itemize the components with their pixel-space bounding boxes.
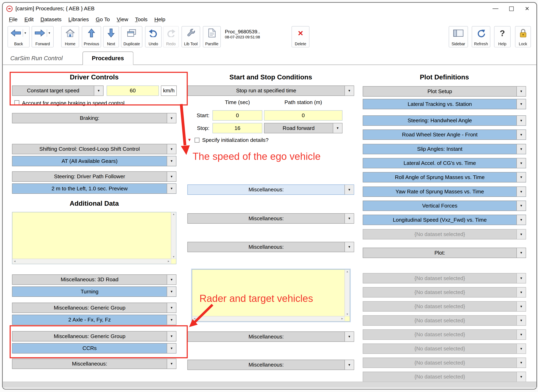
vertical-scrollbar[interactable]: ▲ ▼ <box>171 212 176 259</box>
dropdown-arrow-icon[interactable]: ▼ <box>167 287 176 297</box>
dropdown-arrow-icon[interactable]: ▼ <box>167 275 176 285</box>
menu-tools[interactable]: Tools <box>132 17 151 23</box>
home-button[interactable]: Home <box>61 26 79 47</box>
extra-plot-slot-dropdown[interactable]: {No dataset selected} ▼ <box>363 344 526 354</box>
speed-mode-dropdown[interactable]: Constant target speed ▼ <box>12 85 104 96</box>
dropdown-arrow-icon[interactable]: ▼ <box>167 172 176 182</box>
scroll-left-icon[interactable]: ◄ <box>193 317 196 320</box>
forward-button[interactable]: ▼ Forward <box>32 26 54 47</box>
extra-plot-slot-dropdown[interactable]: {No dataset selected} ▼ <box>363 358 526 368</box>
stop-time-input[interactable]: 16 <box>213 123 262 133</box>
dropdown-arrow-icon[interactable]: ▼ <box>516 358 526 368</box>
misc-generic-group-1-dropdown[interactable]: Miscellaneous: Generic Group ▼ <box>12 303 176 313</box>
station-mode-dropdown[interactable]: Road forward ▼ <box>264 123 343 133</box>
plot-row-dropdown[interactable]: Roll Angle of Sprung Masses vs. Time ▼ <box>363 172 526 182</box>
misc-3d-road-dropdown[interactable]: Miscellaneous: 3D Road ▼ <box>12 274 176 285</box>
stop-mode-dropdown[interactable]: Stop run at specified time ▼ <box>187 85 354 96</box>
misc-middle-4-dropdown[interactable]: Miscellaneous: ▼ <box>187 331 354 342</box>
plot-row-dropdown[interactable]: Longitudinal Speed (Vxz_Fwd) vs. Time ▼ <box>363 215 526 225</box>
extra-plot-slot-dropdown[interactable]: {No dataset selected} ▼ <box>363 372 526 382</box>
dropdown-arrow-icon[interactable]: ▼ <box>167 359 176 369</box>
lib-tool-button[interactable]: Lib Tool <box>182 26 200 47</box>
dropdown-arrow-icon[interactable]: ▼ <box>516 273 526 283</box>
scroll-up-icon[interactable]: ▲ <box>346 270 349 273</box>
dropdown-arrow-icon[interactable]: ▼ <box>516 130 526 140</box>
refresh-button[interactable]: Refresh <box>472 26 490 47</box>
sidebar-button[interactable]: Sidebar <box>449 26 468 47</box>
menu-file[interactable]: File <box>5 17 21 23</box>
dropdown-arrow-icon[interactable]: ▼ <box>344 360 354 370</box>
forward-split-arrow-icon[interactable]: ▼ <box>47 29 51 37</box>
dropdown-arrow-icon[interactable]: ▼ <box>516 344 526 354</box>
misc-middle-5-dropdown[interactable]: Miscellaneous: ▼ <box>187 360 354 370</box>
scroll-down-icon[interactable]: ▼ <box>346 313 349 315</box>
steering-dropdown[interactable]: Steering: Driver Path Follower ▼ <box>12 171 176 182</box>
misc-middle-2-dropdown[interactable]: Miscellaneous: ▼ <box>187 213 354 224</box>
plot-dropdown[interactable]: Plot: ▼ <box>363 248 526 258</box>
back-button[interactable]: ▼ Back <box>8 26 29 47</box>
dropdown-arrow-icon[interactable]: ▼ <box>167 344 176 353</box>
dropdown-arrow-icon[interactable]: ▼ <box>333 123 342 133</box>
bottom-scrollbar[interactable] <box>3 382 536 388</box>
plot-row-dropdown[interactable]: Lateral Tracking vs. Station ▼ <box>363 99 526 109</box>
misc-bottom-left-dropdown[interactable]: Miscellaneous: ▼ <box>12 359 176 369</box>
plot-row-dropdown[interactable]: Lateral Accel. of CG's vs. Time ▼ <box>363 158 526 168</box>
dropdown-arrow-icon[interactable]: ▼ <box>516 248 526 258</box>
dropdown-arrow-icon[interactable]: ▼ <box>167 144 176 154</box>
tab-procedures[interactable]: Procedures <box>82 51 133 65</box>
previous-button[interactable]: Previous <box>82 26 101 47</box>
dropdown-arrow-icon[interactable]: ▼ <box>344 332 354 341</box>
menu-help[interactable]: Help <box>151 17 169 23</box>
dropdown-arrow-icon[interactable]: ▼ <box>516 201 526 211</box>
dropdown-arrow-icon[interactable]: ▼ <box>516 187 526 197</box>
dropdown-arrow-icon[interactable]: ▼ <box>516 229 526 239</box>
undo-button[interactable]: Undo <box>145 26 162 47</box>
dropdown-arrow-icon[interactable]: ▼ <box>516 99 526 109</box>
dropdown-arrow-icon[interactable]: ▼ <box>344 242 354 252</box>
next-button[interactable]: Next <box>103 26 119 47</box>
redo-button[interactable]: Redo <box>163 26 179 47</box>
parsfile-button[interactable]: Parsfile <box>203 26 221 47</box>
menu-datasets[interactable]: Datasets <box>37 17 65 23</box>
tab-carsim-run-control[interactable]: CarSim Run Control <box>10 55 63 62</box>
misc-middle-3-dropdown[interactable]: Miscellaneous: ▼ <box>187 242 354 252</box>
close-icon[interactable]: × <box>519 3 535 14</box>
menu-edit[interactable]: Edit <box>21 17 37 23</box>
minimize-icon[interactable]: — <box>488 3 503 14</box>
plot-row-dropdown[interactable]: Slip Angles: Instant ▼ <box>363 144 526 154</box>
dropdown-arrow-icon[interactable]: ▼ <box>516 159 526 168</box>
extra-plot-slot-dropdown[interactable]: {No dataset selected} ▼ <box>363 315 526 326</box>
turning-dropdown[interactable]: Turning ▼ <box>12 286 176 297</box>
dropdown-arrow-icon[interactable]: ▼ <box>94 86 103 96</box>
dropdown-arrow-icon[interactable]: ▼ <box>516 86 526 96</box>
menu-libraries[interactable]: Libraries <box>65 17 92 23</box>
init-details-checkbox[interactable] <box>195 138 200 143</box>
dropdown-arrow-icon[interactable]: ▼ <box>344 86 354 96</box>
back-split-arrow-icon[interactable]: ▼ <box>23 29 27 37</box>
dropdown-arrow-icon[interactable]: ▼ <box>167 331 176 341</box>
ccrs-dropdown[interactable]: CCRs ▼ <box>12 343 176 353</box>
steering-preview-dropdown[interactable]: 2 m to the Left, 1.0 sec. Preview ▼ <box>12 183 176 194</box>
dropdown-arrow-icon[interactable]: ▼ <box>516 172 526 182</box>
axle-forces-dropdown[interactable]: 2 Axle - Fx, Fy, Fz ▼ <box>12 315 176 325</box>
extra-plot-slot-dropdown[interactable]: {No dataset selected} ▼ <box>363 301 526 312</box>
scroll-left-icon[interactable]: ◄ <box>13 260 16 263</box>
help-button[interactable]: ? Help <box>494 26 511 47</box>
vertical-scrollbar[interactable]: ▲ ▼ <box>344 270 350 316</box>
scroll-right-icon[interactable]: ► <box>167 260 170 263</box>
plot-row-dropdown[interactable]: Yaw Rate of Sprung Masses vs. Time ▼ <box>363 187 526 197</box>
plot-row-dropdown[interactable]: Vertical Forces ▼ <box>363 201 526 211</box>
extra-plot-slot-dropdown[interactable]: {No dataset selected} ▼ <box>363 329 526 340</box>
dropdown-arrow-icon[interactable]: ▼ <box>344 214 354 223</box>
extra-plot-slot-dropdown[interactable]: {No dataset selected} ▼ <box>363 287 526 297</box>
dropdown-arrow-icon[interactable]: ▼ <box>167 303 176 313</box>
start-station-input[interactable]: 0 <box>264 110 343 121</box>
dropdown-arrow-icon[interactable]: ▼ <box>167 184 176 194</box>
horizontal-scrollbar[interactable]: ◄ ► <box>12 259 171 264</box>
plot-row-empty-dropdown[interactable]: {No dataset selected} ▼ <box>363 229 526 239</box>
plot-row-dropdown[interactable]: Road Wheel Steer Angle - Front ▼ <box>363 130 526 140</box>
dropdown-arrow-icon[interactable]: ▼ <box>516 302 526 311</box>
shifting-control-dropdown[interactable]: Shifting Control: Closed-Loop Shift Cont… <box>12 144 176 154</box>
horizontal-scrollbar[interactable]: ◄ ► <box>192 316 344 321</box>
dropdown-arrow-icon[interactable]: ▼ <box>516 288 526 297</box>
